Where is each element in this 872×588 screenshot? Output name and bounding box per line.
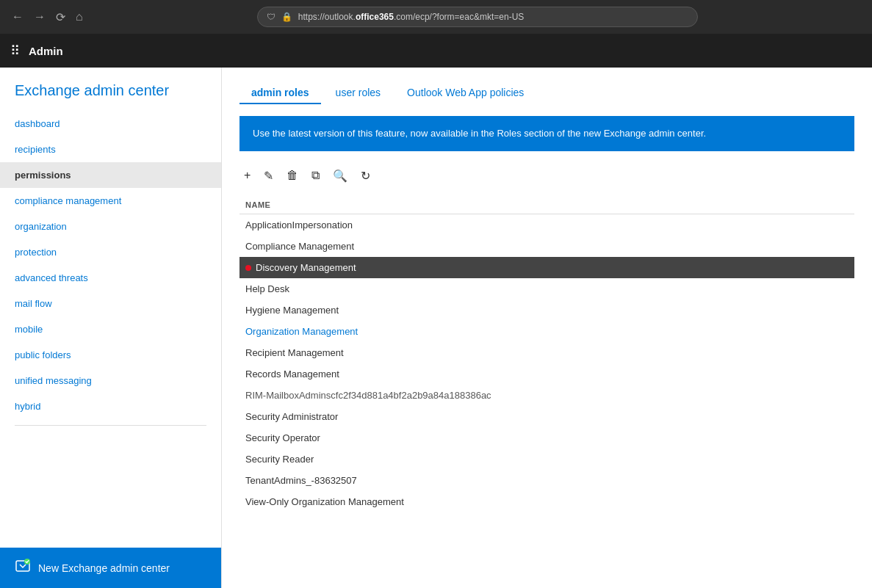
add-button[interactable]: + [239,166,255,185]
sidebar-item-protection[interactable]: protection [0,239,221,265]
table-row[interactable]: Discovery Management [239,257,854,278]
role-name-cell: TenantAdmins_-83632507 [239,470,854,491]
refresh-button-table[interactable]: ↻ [356,166,375,186]
edit-button[interactable]: ✎ [259,166,278,186]
new-exchange-icon [15,558,31,578]
role-name-cell: Recipient Management [239,342,854,363]
sidebar-item-recipients[interactable]: recipients [0,137,221,162]
tab-admin-roles[interactable]: admin roles [239,82,321,104]
table-row[interactable]: Records Management [239,363,854,385]
role-name-cell: Security Administrator [239,406,854,427]
table-row[interactable]: ApplicationImpersonation [239,214,854,236]
role-name-cell: Discovery Management [239,257,854,278]
sidebar-item-mobile[interactable]: mobile [0,316,221,342]
sidebar: Exchange admin center dashboard recipien… [0,68,222,588]
table-row[interactable]: TenantAdmins_-83632507 [239,470,854,491]
sidebar-item-unified-messaging[interactable]: unified messaging [0,368,221,393]
tab-owa-policies[interactable]: Outlook Web App policies [395,82,536,104]
sidebar-item-hybrid[interactable]: hybrid [0,393,221,419]
table-row[interactable]: Help Desk [239,278,854,300]
sidebar-item-mail-flow[interactable]: mail flow [0,291,221,316]
sidebar-nav: dashboard recipients permissions complia… [0,111,221,548]
shield-icon: 🛡 [267,12,275,22]
table-row[interactable]: Compliance Management [239,236,854,257]
role-name-cell: Security Reader [239,449,854,470]
role-name-cell: View-Only Organization Management [239,491,854,512]
sidebar-divider [15,425,206,426]
role-name-cell: Compliance Management [239,236,854,257]
admin-roles-table: NAME ApplicationImpersonationCompliance … [239,196,854,512]
tab-user-roles[interactable]: user roles [324,82,392,104]
sidebar-item-organization[interactable]: organization [0,214,221,239]
table-row[interactable]: Security Administrator [239,406,854,427]
role-name-cell: Hygiene Management [239,300,854,321]
tabs-bar: admin roles user roles Outlook Web App p… [239,82,854,104]
table-row[interactable]: RIM-MailboxAdminscfc2f34d881a4bf2a2b9a84… [239,385,854,406]
banner-text: Use the latest version of this feature, … [253,128,706,139]
delete-button[interactable]: 🗑 [282,166,303,185]
copy-button[interactable]: ⧉ [307,166,324,185]
new-exchange-label: New Exchange admin center [38,562,170,574]
forward-button[interactable]: → [31,9,48,25]
waffle-menu-icon[interactable]: ⠿ [10,43,20,59]
role-name-cell: Records Management [239,363,854,385]
table-row[interactable]: Security Reader [239,449,854,470]
sidebar-item-public-folders[interactable]: public folders [0,342,221,368]
browser-nav-buttons: ← → ⟳ ⌂ [9,9,86,26]
sidebar-item-advanced-threats[interactable]: advanced threats [0,265,221,291]
sidebar-item-compliance[interactable]: compliance management [0,188,221,214]
table-row[interactable]: Recipient Management [239,342,854,363]
content-area: admin roles user roles Outlook Web App p… [222,68,872,588]
role-name-cell: Organization Management [239,321,854,342]
url-display: https://outlook.office365.com/ecp/?form=… [298,12,524,22]
table-row[interactable]: Hygiene Management [239,300,854,321]
lock-icon: 🔒 [281,12,292,22]
refresh-button[interactable]: ⟳ [53,9,68,26]
role-name-cell: Help Desk [239,278,854,300]
address-bar[interactable]: 🛡 🔒 https://outlook.office365.com/ecp/?f… [257,7,698,27]
role-name-cell: ApplicationImpersonation [239,214,854,236]
main-layout: Exchange admin center dashboard recipien… [0,68,872,588]
role-name-cell: RIM-MailboxAdminscfc2f34d881a4bf2a2b9a84… [239,385,854,406]
browser-chrome: ← → ⟳ ⌂ 🛡 🔒 https://outlook.office365.co… [0,0,872,34]
name-column-header: NAME [239,196,854,214]
table-row[interactable]: Organization Management [239,321,854,342]
role-name-cell: Security Operator [239,427,854,449]
app-title: Admin [29,45,63,57]
sidebar-item-permissions[interactable]: permissions [0,162,221,188]
selected-indicator [245,265,251,271]
table-row[interactable]: View-Only Organization Management [239,491,854,512]
new-exchange-admin-center-link[interactable]: New Exchange admin center [0,548,221,588]
table-row[interactable]: Security Operator [239,427,854,449]
back-button[interactable]: ← [9,9,26,25]
feature-banner: Use the latest version of this feature, … [239,116,854,151]
sidebar-title: Exchange admin center [0,68,221,111]
sidebar-item-dashboard[interactable]: dashboard [0,111,221,137]
app-header: ⠿ Admin [0,34,872,68]
table-toolbar: + ✎ 🗑 ⧉ 🔍 ↻ [239,166,854,190]
home-button[interactable]: ⌂ [73,9,86,25]
search-button[interactable]: 🔍 [328,166,352,186]
